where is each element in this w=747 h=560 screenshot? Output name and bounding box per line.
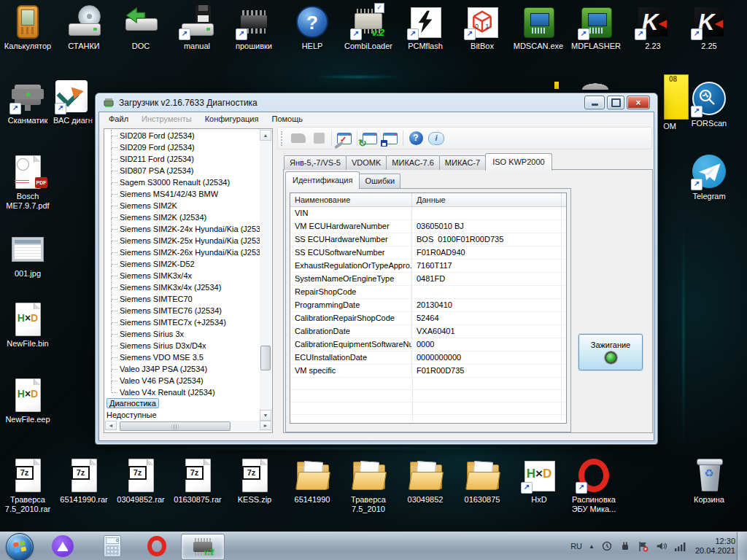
minimize-button[interactable]: [584, 96, 605, 109]
tree-item-diagnostika[interactable]: Диагностика: [105, 398, 260, 410]
menu-help[interactable]: Помощь: [265, 112, 309, 126]
tree-item[interactable]: SID208 Ford (J2534): [105, 130, 260, 141]
table-row[interactable]: ECUInstallationDate0000000000: [290, 351, 566, 365]
scrollbar-thumb[interactable]: [120, 421, 231, 431]
tab-vdomk[interactable]: VDOMK: [346, 155, 387, 170]
hidden-icons-arrow-icon[interactable]: ▲: [589, 543, 595, 550]
desktop-icon-001jpg[interactable]: 001.jpg: [0, 232, 55, 279]
tab-iso-kwp2000[interactable]: ISO KWP2000: [485, 153, 552, 171]
desktop-icon-calculator[interactable]: Калькулятор: [0, 4, 55, 51]
taskbar-calculator[interactable]: [101, 534, 124, 558]
desktop-icon-proshivki[interactable]: ↗ прошивки: [226, 4, 282, 51]
tree-item[interactable]: Siemens Sirius D3x/D4x: [105, 340, 260, 351]
desktop-icon-01630875-rar[interactable]: 7z 01630875.rar: [170, 458, 225, 505]
help-button[interactable]: ?: [406, 129, 426, 147]
subtab-errors[interactable]: Ошибки: [359, 174, 400, 188]
desktop-folder-01630875[interactable]: 01630875: [454, 458, 510, 505]
tree-item[interactable]: Siemens SIM2K-24x Hyundai/Kia (J2534): [105, 223, 260, 235]
tree-item[interactable]: Siemens SIMTEC7x (+J2534): [105, 316, 260, 328]
tree-item[interactable]: SID209 Ford (J2534): [105, 141, 260, 153]
scroll-up-icon[interactable]: ▲: [260, 130, 271, 141]
start-button[interactable]: [6, 533, 34, 560]
ignition-button[interactable]: Зажигание: [578, 334, 643, 370]
tree-item[interactable]: SID211 Ford (J2534): [105, 153, 260, 165]
show-desktop-button[interactable]: [737, 532, 747, 560]
menu-configuration[interactable]: Конфигурация: [198, 112, 266, 126]
table-row[interactable]: RepairShopCode: [290, 286, 566, 299]
desktop-icon-vas[interactable]: ↗ ВАС диагн: [45, 79, 101, 125]
scroll-left-icon[interactable]: ◄: [105, 421, 117, 430]
desktop-icon-recycle-bin[interactable]: ♻ Корзина: [681, 458, 737, 505]
close-button[interactable]: ×: [627, 96, 650, 109]
desktop-icon-newfile-bin[interactable]: H×D NewFile.bin: [0, 302, 55, 349]
tree-item[interactable]: Siemens SIMTEC70: [105, 293, 260, 305]
tree-item[interactable]: Siemens SIMK3x/4x (J2534): [105, 281, 260, 293]
subtab-identification[interactable]: Идентификация: [285, 171, 360, 189]
table-row[interactable]: SS ECUSoftwareNumberF01R0AD940: [290, 246, 566, 260]
tree-item[interactable]: Sagem S3000 Renault (J2534): [105, 176, 260, 188]
desktop-icon-newfile-eep[interactable]: H×D NewFile.eep: [0, 378, 55, 424]
tree-item[interactable]: Siemens SIM2K-25x Hyundai/Kia (J2534): [105, 235, 260, 246]
table-row[interactable]: SystemNameOrEngineType0481FD: [290, 273, 566, 286]
table-row[interactable]: VIN: [290, 207, 566, 220]
tree-item[interactable]: Siemens Sirius 3x: [105, 328, 260, 340]
power-plug-icon[interactable]: [619, 540, 631, 552]
tree-item[interactable]: Siemens MS41/42/43 BMW: [105, 188, 260, 200]
desktop-folder-traversa[interactable]: Траверса 7.5_2010: [341, 458, 396, 514]
tree-item[interactable]: Siemens SIMK3x/4x: [105, 270, 260, 281]
desktop-icon-combiloader[interactable]: v.2✓↗ CombiLoader: [341, 4, 396, 51]
desktop-icon-doc[interactable]: DOC: [113, 4, 169, 51]
table-row[interactable]: VM ECUHardwareNumber03605010 BJ: [290, 220, 566, 233]
desktop-icon-65141990-rar[interactable]: 7z 65141990.rar: [56, 458, 112, 505]
table-row[interactable]: CalibrationRepairShopCode52464: [290, 312, 566, 325]
table-row[interactable]: ProgrammingDate20130410: [290, 299, 566, 312]
network-icon[interactable]: [674, 540, 686, 552]
toolbar-grip[interactable]: [281, 131, 284, 146]
window-titlebar[interactable]: Загрузчик v2.16.7633 Диагностика ×: [96, 93, 657, 112]
tree-vertical-scrollbar[interactable]: ▲ ▼: [260, 130, 271, 421]
maximize-button[interactable]: [607, 96, 624, 109]
save-config-button[interactable]: [380, 129, 400, 147]
language-indicator[interactable]: RU: [570, 542, 582, 551]
desktop-icon-forscan[interactable]: ↗ FORScan: [681, 82, 737, 128]
tree-item[interactable]: Siemens SIM2K-D52: [105, 258, 260, 270]
tree-item[interactable]: Siemens SIM2K: [105, 200, 260, 211]
table-row[interactable]: CalibrationDateVXA60401: [290, 325, 566, 338]
tree-horizontal-scrollbar[interactable]: ◄ ►: [105, 421, 271, 432]
desktop-icon-mdscan[interactable]: MDSCAN.exe: [511, 4, 566, 51]
desktop-icon-telegram[interactable]: ↗ Telegram: [681, 155, 737, 201]
tree-item-nedostupnye[interactable]: Недоступные: [105, 410, 260, 421]
tree-item[interactable]: Valeo V4x Renault (J2534): [105, 386, 260, 398]
taskbar-opera[interactable]: [145, 534, 169, 558]
tray-app-icon[interactable]: [601, 540, 613, 552]
desktop-icon-bosch-pdf[interactable]: PDF Bosch ME7.9.7.pdf: [0, 155, 55, 211]
desktop-icon-help[interactable]: ? HELP: [285, 4, 340, 51]
tree-item[interactable]: Siemens VDO MSE 3.5: [105, 351, 260, 363]
scrollbar-thumb[interactable]: [260, 346, 271, 370]
load-config-button[interactable]: ↻: [360, 129, 380, 147]
desktop-icon-manual[interactable]: ↗ manual: [169, 4, 225, 51]
action-center-flag-icon[interactable]: [638, 540, 649, 552]
desktop-icon-kess-zip[interactable]: 7z KESS.zip: [227, 458, 282, 505]
desktop-icon-ksuite-223[interactable]: K◀↗ 2.23: [625, 4, 681, 51]
tree-item[interactable]: Valeo V46 PSA (J2534): [105, 375, 260, 386]
about-button[interactable]: i: [426, 129, 446, 147]
table-row[interactable]: ExhaustRegulationOrTypeAppro...7160T117: [290, 260, 566, 273]
desktop-icon-traversa-rar[interactable]: 7z Траверса 7.5_2010.rar: [0, 458, 55, 514]
tree-item[interactable]: Siemens SIM2K (J2534): [105, 211, 260, 223]
tree-item[interactable]: Siemens SIM2K-26x Hyundai/Kia (J2534): [105, 246, 260, 258]
module-settings-button[interactable]: ✓: [334, 129, 355, 147]
desktop-icon-pcmflash[interactable]: ↗ PCMflash: [398, 4, 453, 51]
table-row[interactable]: VM specificF01R00D735: [290, 365, 566, 378]
tree-item[interactable]: Siemens SIMTEC76 (J2534): [105, 305, 260, 316]
desktop-icon-hxd-app[interactable]: H×D↗ HxD: [511, 458, 567, 505]
tab-janv5[interactable]: Янв-5,-7/VS-5: [284, 155, 347, 170]
taskbar-loader-app-active[interactable]: v.2: [181, 534, 225, 560]
taskbar-yandex-browser[interactable]: [51, 534, 74, 558]
desktop-icon-raspinovka[interactable]: ↗ Распиновка ЭБУ Мика...: [566, 458, 622, 514]
desktop-folder-03049852[interactable]: 03049852: [398, 458, 453, 505]
clock[interactable]: 12:30 20.04.2021: [695, 537, 735, 556]
desktop-icon-03049852-rar[interactable]: 7z 03049852.rar: [113, 458, 169, 505]
desktop-icon-ksuite-225[interactable]: K◀↗ 2.25: [681, 4, 737, 51]
menu-file[interactable]: Файл: [102, 112, 135, 126]
